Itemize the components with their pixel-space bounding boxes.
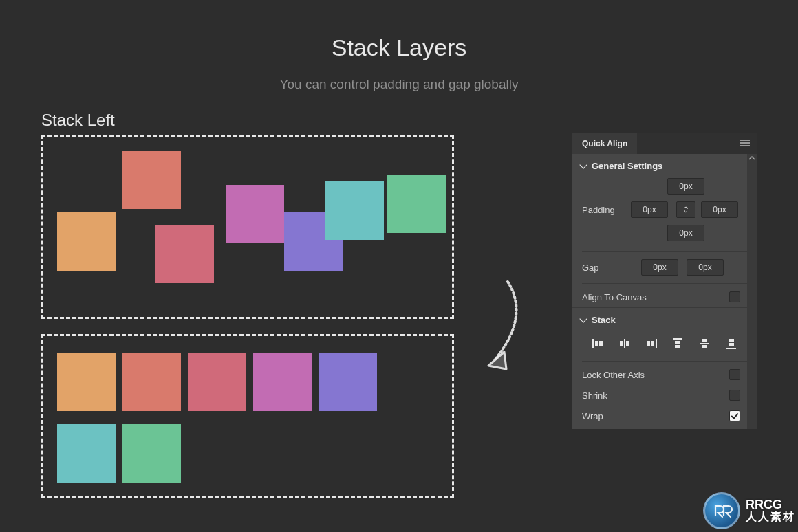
divider [582, 361, 747, 362]
stack-right-button[interactable] [644, 336, 659, 351]
svg-rect-8 [626, 341, 629, 346]
gap-y-input[interactable] [687, 259, 724, 276]
svg-rect-4 [595, 341, 598, 346]
arrow-icon [473, 275, 528, 378]
layer-square [155, 225, 214, 283]
demo-canvas-after [41, 334, 454, 498]
chevron-down-icon [579, 315, 587, 322]
watermark-logo-icon [703, 492, 740, 529]
svg-rect-13 [675, 341, 680, 344]
gap-label: Gap [582, 263, 634, 273]
section-header-general[interactable]: General Settings [572, 154, 757, 177]
panel-scrollbar[interactable] [747, 154, 757, 429]
stack-bottom-button[interactable] [724, 336, 739, 351]
padding-top-input[interactable] [667, 178, 704, 195]
chevron-down-icon [579, 161, 587, 168]
layer-square [387, 175, 446, 233]
stack-left-button[interactable] [590, 336, 605, 351]
section-header-stack[interactable]: Stack [572, 308, 757, 331]
panel-menu-icon[interactable] [740, 133, 757, 154]
align-to-canvas-label: Align To Canvas [582, 292, 647, 302]
layer-square [57, 424, 116, 483]
lock-other-axis-row: Lock Other Axis [572, 364, 757, 385]
section-title-general: General Settings [592, 161, 662, 171]
stack-hcenter-button[interactable] [617, 336, 632, 351]
svg-rect-16 [702, 339, 707, 342]
svg-rect-11 [651, 341, 654, 346]
svg-rect-17 [702, 345, 707, 348]
layer-square [325, 181, 384, 240]
divider [582, 283, 747, 284]
section-title-stack: Stack [592, 315, 616, 325]
padding-bottom-input[interactable] [667, 225, 704, 241]
page-title: Stack Layers [0, 34, 798, 61]
wrap-row: Wrap [572, 406, 757, 426]
watermark-text: RRCG 人人素材 [746, 498, 795, 523]
svg-rect-7 [620, 341, 623, 346]
svg-rect-19 [729, 339, 734, 342]
demo-canvas-before [41, 135, 454, 319]
lock-other-axis-label: Lock Other Axis [582, 370, 645, 380]
stack-top-button[interactable] [670, 336, 685, 351]
padding-label: Padding [582, 205, 627, 215]
stack-vcenter-button[interactable] [697, 336, 712, 351]
divider [582, 251, 747, 252]
watermark-line2: 人人素材 [746, 511, 795, 523]
layer-square [122, 151, 181, 209]
link-padding-button[interactable] [676, 201, 695, 218]
svg-rect-5 [599, 341, 603, 346]
svg-rect-14 [675, 345, 680, 348]
padding-right-input[interactable] [701, 201, 738, 218]
svg-rect-20 [729, 343, 734, 346]
layer-square [57, 353, 116, 411]
lock-other-axis-checkbox[interactable] [729, 369, 740, 380]
layer-square [319, 353, 377, 411]
wrap-checkbox[interactable] [729, 410, 740, 421]
layer-square [226, 185, 284, 243]
shrink-checkbox[interactable] [729, 390, 740, 401]
shrink-label: Shrink [582, 390, 607, 401]
panel-tab-quick-align[interactable]: Quick Align [572, 133, 637, 154]
layer-square [253, 353, 312, 411]
quick-align-panel: Quick Align General Settings Padding [572, 133, 757, 429]
layer-square [188, 353, 246, 411]
watermark: RRCG 人人素材 [703, 492, 795, 529]
demo-label: Stack Left [41, 111, 115, 130]
align-to-canvas-checkbox[interactable] [729, 291, 740, 302]
shrink-row: Shrink [572, 385, 757, 406]
section-stack: Stack Lock Other Axis Shrink Wrap [572, 308, 757, 426]
page-subtitle: You can control padding and gap globally [0, 77, 798, 92]
layer-square [122, 424, 181, 483]
scroll-up-icon[interactable] [747, 154, 757, 164]
padding-left-input[interactable] [631, 201, 668, 218]
panel-header: Quick Align [572, 133, 757, 154]
wrap-label: Wrap [582, 411, 603, 421]
gap-x-input[interactable] [641, 259, 678, 276]
watermark-line1: RRCG [746, 498, 795, 511]
layer-square [57, 212, 116, 271]
gap-row: Gap [572, 254, 757, 280]
stack-icons-row [572, 331, 757, 358]
section-general-settings: General Settings Padding Gap [572, 154, 757, 308]
svg-rect-10 [647, 341, 650, 346]
layer-square [122, 353, 181, 411]
align-to-canvas-row: Align To Canvas [572, 287, 757, 307]
